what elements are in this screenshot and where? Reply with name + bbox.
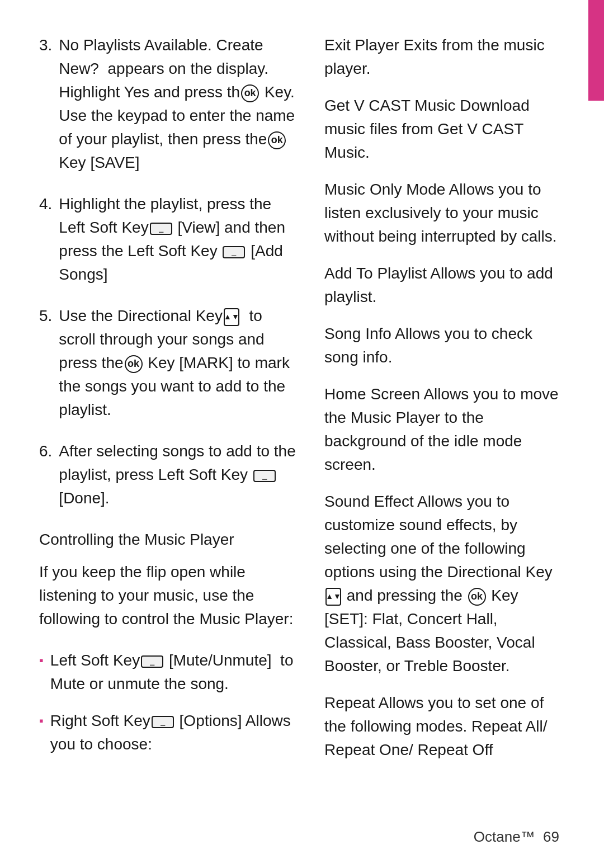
list-item: ▪ Left Soft Key⎯ [Mute/Unmute] to Mute o… (39, 649, 296, 696)
item-content: Highlight the playlist, press the Left S… (59, 192, 296, 286)
page-number: 69 (543, 828, 559, 845)
item-content: After selecting songs to add to the play… (59, 440, 296, 510)
ok-badge: ok (268, 131, 286, 149)
list-item: 3. No Playlists Available. Create New? a… (39, 34, 296, 174)
sound-effect-text: Sound Effect Allows you to customize sou… (324, 490, 565, 678)
soft-key-icon: ⎯ (141, 655, 163, 668)
ok-badge: ok (468, 588, 486, 606)
soft-key-icon: ⎯ (253, 470, 276, 482)
home-screen-section: Home Screen Allows you to move the Music… (324, 383, 565, 477)
item-number: 5. (39, 304, 52, 422)
ok-badge: ok (241, 84, 259, 102)
song-info-text: Song Info Allows you to check song info. (324, 322, 565, 369)
right-column: Exit Player Exits from the music player.… (324, 34, 565, 834)
directional-key-icon: ▲▼ (325, 588, 341, 606)
content-columns: 3. No Playlists Available. Create New? a… (39, 34, 565, 834)
sound-effect-section: Sound Effect Allows you to customize sou… (324, 490, 565, 678)
music-only-mode-section: Music Only Mode Allows you to listen exc… (324, 178, 565, 248)
list-item: ▪ Right Soft Key⎯ [Options] Allows you t… (39, 709, 296, 756)
brand-label: Octane™ (474, 828, 535, 845)
left-column: 3. No Playlists Available. Create New? a… (39, 34, 296, 834)
home-screen-text: Home Screen Allows you to move the Music… (324, 383, 565, 477)
list-item: 4. Highlight the playlist, press the Lef… (39, 192, 296, 286)
item-number: 3. (39, 34, 52, 174)
get-vcast-text: Get V CAST Music Download music files fr… (324, 94, 565, 164)
intro-paragraph: If you keep the flip open while listenin… (39, 560, 296, 631)
add-to-playlist-section: Add To Playlist Allows you to add playli… (324, 262, 565, 309)
repeat-section: Repeat Allows you to set one of the foll… (324, 691, 565, 762)
get-vcast-section: Get V CAST Music Download music files fr… (324, 94, 565, 164)
bullet-list: ▪ Left Soft Key⎯ [Mute/Unmute] to Mute o… (39, 649, 296, 770)
repeat-text: Repeat Allows you to set one of the foll… (324, 691, 565, 762)
list-item: 5. Use the Directional Key▲▼ to scroll t… (39, 304, 296, 422)
numbered-list: 3. No Playlists Available. Create New? a… (39, 34, 296, 528)
ok-badge: ok (125, 355, 143, 373)
soft-key-icon: ⎯ (152, 716, 174, 728)
item-content: No Playlists Available. Create New? appe… (59, 34, 296, 174)
directional-key-icon: ▲▼ (224, 308, 239, 326)
soft-key-icon: ⎯ (150, 223, 172, 235)
page-container: 3. No Playlists Available. Create New? a… (0, 0, 604, 868)
item-content: Right Soft Key⎯ [Options] Allows you to … (50, 709, 296, 756)
section-heading: Controlling the Music Player (39, 528, 296, 551)
item-content: Use the Directional Key▲▼ to scroll thro… (59, 304, 296, 422)
bullet-dot: ▪ (39, 651, 44, 696)
exit-player-text: Exit Player Exits from the music player. (324, 34, 565, 81)
footer: Octane™ 69 (474, 828, 559, 846)
exit-player-section: Exit Player Exits from the music player. (324, 34, 565, 81)
music-only-mode-text: Music Only Mode Allows you to listen exc… (324, 178, 565, 248)
soft-key-icon: ⎯ (223, 246, 245, 258)
item-content: Left Soft Key⎯ [Mute/Unmute] to Mute or … (50, 649, 296, 696)
list-item: 6. After selecting songs to add to the p… (39, 440, 296, 510)
accent-bar (588, 0, 604, 101)
song-info-section: Song Info Allows you to check song info. (324, 322, 565, 369)
item-number: 6. (39, 440, 52, 510)
bullet-dot: ▪ (39, 711, 44, 756)
item-number: 4. (39, 192, 52, 286)
add-to-playlist-text: Add To Playlist Allows you to add playli… (324, 262, 565, 309)
